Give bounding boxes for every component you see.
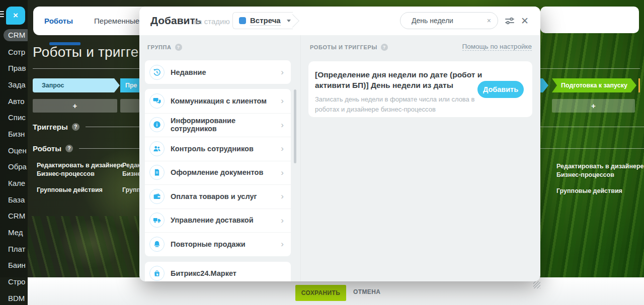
chevron-right-icon: ›: [281, 121, 284, 129]
help-icon[interactable]: ?: [381, 44, 388, 51]
group-icon: [149, 237, 165, 252]
add-robot-button-right[interactable]: +: [552, 99, 635, 113]
add-robot-modal: Добавить на стадию Встреча × ✕: [139, 7, 540, 281]
groups-header-label: ГРУППА: [147, 44, 172, 50]
stage-presentation[interactable]: Пре: [120, 78, 139, 92]
history-icon: [149, 65, 165, 80]
screen: × CRM Сотр Прав Зада: [0, 0, 644, 305]
stage-label: Пре: [125, 82, 137, 89]
search-box: ×: [400, 12, 498, 29]
market-icon: [149, 266, 165, 281]
group-icon: [149, 165, 165, 180]
filter-sliders-icon[interactable]: [505, 16, 515, 28]
page-title: Роботы и триггеры: [33, 44, 157, 60]
group-item[interactable]: Повторные продажи ›: [145, 232, 291, 256]
group-actions-link[interactable]: Групповые действия: [37, 186, 132, 194]
recent-card: Недавние ›: [145, 60, 291, 84]
group-item[interactable]: Информирование сотрудников ›: [145, 113, 291, 137]
help-icon[interactable]: ?: [72, 123, 79, 131]
stage-square-icon: [239, 17, 246, 24]
robot-title: [Определение дня недели по дате (робот и…: [315, 69, 486, 90]
save-button[interactable]: СОХРАНИТЬ: [295, 285, 346, 301]
chevron-right-icon: ›: [281, 240, 284, 248]
add-robot-button-left2[interactable]: [120, 99, 139, 113]
groups-scrollbar[interactable]: [294, 89, 296, 163]
group-icon: [149, 141, 165, 156]
stage-selector[interactable]: Встреча: [232, 12, 293, 29]
search-input[interactable]: [412, 16, 479, 26]
tab-robots[interactable]: Роботы: [44, 17, 73, 25]
modal-body: ГРУППА ? Недавние › Коммуникаци: [139, 35, 540, 281]
triggers-line: [86, 127, 139, 127]
market-card: Битрикс24.Маркет: [145, 262, 291, 281]
stage-arrow-tip: [540, 78, 548, 92]
stage-next-sliver: [638, 78, 640, 92]
group-icon: [149, 189, 165, 204]
chevron-right-icon: ›: [281, 96, 284, 105]
group-item-label: Контроль сотрудников: [171, 145, 254, 153]
group-actions-link[interactable]: Групповые действия: [556, 187, 644, 195]
triggers-section: Триггеры ?: [33, 123, 79, 131]
add-robot-button-left[interactable]: +: [33, 99, 117, 113]
stage-podgotovka[interactable]: Подготовка к запуску: [552, 78, 636, 92]
active-tab-underline: [49, 42, 80, 45]
triggers-line-right: [540, 127, 644, 127]
group-item-label: Оформление документов: [171, 168, 263, 176]
group-item[interactable]: Коммуникация с клиентом ›: [145, 89, 291, 113]
triggers-label: Триггеры: [33, 123, 68, 131]
group-item[interactable]: Управление доставкой ›: [145, 209, 291, 233]
robots-label: Роботы: [33, 144, 61, 153]
groups-header: ГРУППА ?: [147, 44, 182, 51]
robots-line-right: [540, 148, 644, 149]
bp-links-right: Редактировать в дизайнере Бизнес-процесс…: [556, 162, 644, 195]
cancel-button[interactable]: ОТМЕНА: [353, 288, 380, 295]
group-item-label: Недавние: [171, 68, 206, 76]
modal-header: Добавить на стадию Встреча × ✕: [139, 7, 540, 35]
clear-search-icon[interactable]: ×: [487, 17, 491, 25]
stage-label: Подготовка к запуску: [561, 82, 627, 89]
group-item-label: Коммуникация с клиентом: [171, 97, 267, 105]
chevron-down-icon: [287, 20, 291, 22]
group-item-market[interactable]: Битрикс24.Маркет: [145, 262, 291, 281]
page-footer: СОХРАНИТЬ ОТМЕНА: [28, 277, 644, 305]
modal-close-icon[interactable]: ✕: [521, 15, 529, 27]
group-item-recent[interactable]: Недавние ›: [145, 60, 291, 84]
setup-help-link[interactable]: Помощь по настройке: [462, 43, 532, 51]
group-item[interactable]: Контроль сотрудников ›: [145, 137, 291, 161]
add-robot-button[interactable]: Добавить: [477, 81, 524, 98]
chevron-right-icon: ›: [281, 192, 284, 200]
results-header: РОБОТЫ И ТРИГГЕРЫ ?: [310, 44, 388, 51]
group-item-label: Управление доставкой: [171, 216, 254, 224]
chevron-right-icon: ›: [281, 168, 284, 177]
results-column: РОБОТЫ И ТРИГГЕРЫ ? Помощь по настройке …: [300, 35, 540, 281]
group-item[interactable]: Оплата товаров и услуг ›: [145, 184, 291, 209]
robots-line: [79, 148, 139, 149]
edit-in-designer-link[interactable]: Редактировать в дизайнере Бизнес-процесс…: [556, 162, 644, 179]
groups-column: ГРУППА ? Недавние › Коммуникаци: [139, 35, 300, 281]
tab-bar: Роботы Переменные: [33, 7, 147, 35]
group-icon: [149, 213, 165, 228]
group-item-label: Битрикс24.Маркет: [171, 269, 236, 277]
robot-result-card: [Определение дня недели по дате (робот и…: [308, 61, 532, 117]
group-item[interactable]: Оформление документов ›: [145, 161, 291, 185]
group-item-label: Оплата товаров и услуг: [171, 192, 257, 200]
group-icon: [149, 117, 165, 132]
tab-variables[interactable]: Переменные: [94, 17, 139, 25]
groups-card: Коммуникация с клиентом › Информирование…: [145, 89, 291, 256]
resize-grip[interactable]: [533, 281, 540, 288]
robot-description: Записать день недели в формате числа или…: [315, 94, 481, 115]
help-icon[interactable]: ?: [175, 44, 182, 51]
bp-links-left: Редактировать в дизайнере Бизнес-процесс…: [37, 161, 132, 194]
stage-selector-label: Встреча: [250, 16, 281, 26]
results-header-label: РОБОТЫ И ТРИГГЕРЫ: [310, 44, 377, 50]
stage-label: Запрос: [42, 82, 64, 89]
edit-in-designer-link[interactable]: Редактировать в дизайнере Бизнес-процесс…: [37, 161, 132, 178]
group-item-label: Повторные продажи: [171, 240, 246, 248]
robots-section: Роботы ?: [33, 144, 73, 153]
modal-subtitle: на стадию: [194, 17, 230, 26]
help-icon[interactable]: ?: [65, 145, 73, 152]
group-icon: [149, 93, 165, 109]
stage-zapros[interactable]: Запрос: [33, 78, 120, 92]
chevron-right-icon: ›: [281, 216, 284, 225]
top-right-toolbar: [540, 7, 639, 33]
